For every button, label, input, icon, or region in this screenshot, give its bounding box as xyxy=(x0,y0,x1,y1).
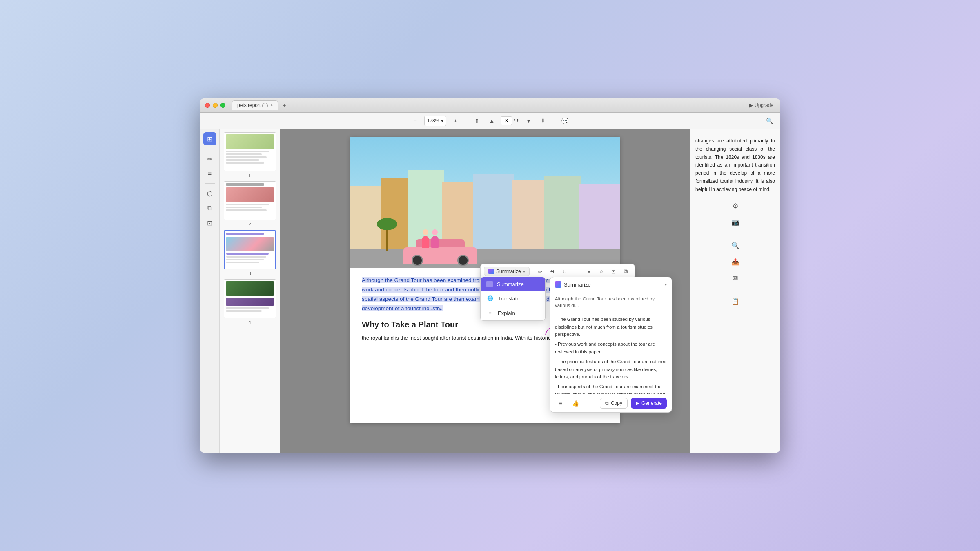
ft-underline-button[interactable]: U xyxy=(559,266,570,277)
document-area[interactable]: Although the Grand Tour has been examine… xyxy=(280,129,690,453)
summarize-thumbsup-icon[interactable]: 👍 xyxy=(570,398,581,409)
right-panel-separator-1 xyxy=(704,234,767,234)
summarize-feedback-icon[interactable]: ≡ xyxy=(555,398,566,409)
minimize-window-button[interactable] xyxy=(213,103,218,108)
right-panel-clipboard-button[interactable]: 📋 xyxy=(729,295,742,308)
page-separator: / xyxy=(514,118,515,124)
right-panel-email-button[interactable]: ✉ xyxy=(729,272,742,285)
prev-page-button[interactable]: ▲ xyxy=(486,115,497,127)
dropdown-translate-item[interactable]: 🌐 Translate xyxy=(481,291,545,306)
dropdown-explain-label: Explain xyxy=(498,310,515,316)
ft-note-button[interactable]: ≡ xyxy=(584,266,595,277)
title-bar: pets report (1) × + ▶ Upgrade xyxy=(200,98,780,113)
thumbnail-1-image xyxy=(224,132,276,171)
sidebar-pages-button[interactable]: ⊞ xyxy=(203,132,216,145)
ft-stamp-button[interactable]: ⊡ xyxy=(608,266,619,277)
sidebar-annotate-button[interactable]: ✏ xyxy=(203,152,216,165)
zoom-display[interactable]: 178% ▾ xyxy=(424,116,447,126)
summarize-panel-content: - The Grand Tour has been studied by var… xyxy=(550,312,672,394)
right-panel-image-button[interactable]: 📷 xyxy=(729,216,742,229)
car-illustration xyxy=(399,235,481,264)
summarize-icon xyxy=(488,269,494,274)
summarize-dropdown-button[interactable]: Summarize ▾ xyxy=(484,267,530,276)
zoom-in-icon: + xyxy=(454,118,457,124)
sidebar-copy-button[interactable]: ⧉ xyxy=(203,202,216,215)
summarize-panel-title: Summarize xyxy=(564,282,591,288)
ft-copy-button[interactable]: ⧉ xyxy=(621,266,631,277)
search-button[interactable]: 🔍 xyxy=(764,115,775,127)
page-total: 6 xyxy=(517,118,520,124)
page-navigation: / 6 xyxy=(501,116,519,125)
copy-icon: ⧉ xyxy=(605,400,609,406)
right-panel-text: changes are attributed primarily to the … xyxy=(690,134,780,197)
new-tab-button[interactable]: + xyxy=(281,102,288,109)
dropdown-summarize-item[interactable]: Summarize xyxy=(481,277,545,291)
page-number-input[interactable] xyxy=(501,116,512,125)
sidebar-forms-button[interactable]: ≡ xyxy=(203,167,216,180)
icon-separator-2 xyxy=(205,183,215,184)
ft-text-button[interactable]: T xyxy=(572,266,582,277)
thumbnail-1[interactable]: 1 xyxy=(223,132,276,178)
dropdown-explain-item[interactable]: ≡ Explain xyxy=(481,306,545,320)
dropdown-translate-icon: 🌐 xyxy=(486,295,494,302)
toolbar-separator-2 xyxy=(554,117,554,125)
summarize-generate-button[interactable]: ▶ Generate xyxy=(631,398,667,409)
thumbnail-2[interactable]: 2 xyxy=(223,181,276,227)
last-page-button[interactable]: ⇓ xyxy=(537,115,549,127)
generate-icon: ▶ xyxy=(636,400,639,406)
toolbar-right: 🔍 xyxy=(764,115,775,127)
right-panel-share-button[interactable]: 📤 xyxy=(729,256,742,269)
right-panel: changes are attributed primarily to the … xyxy=(690,129,780,453)
close-window-button[interactable] xyxy=(205,103,210,108)
title-bar-right: ▶ Upgrade xyxy=(749,102,773,108)
copy-label: Copy xyxy=(611,400,622,406)
maximize-window-button[interactable] xyxy=(220,103,225,108)
thumbnail-panel: 1 2 xyxy=(220,129,280,453)
zoom-in-button[interactable]: + xyxy=(450,115,461,127)
document-toolbar: − 178% ▾ + ⇑ ▲ / 6 ▼ ⇓ 💬 🔍 xyxy=(200,113,780,129)
ft-strikethrough-button[interactable]: S xyxy=(547,266,558,277)
summarize-panel-preview: Although the Grand Tour has been examine… xyxy=(550,292,672,312)
zoom-out-icon: − xyxy=(414,118,417,124)
thumbnail-4[interactable]: 4 xyxy=(223,279,276,325)
summarize-dropdown-menu: Summarize 🌐 Translate ≡ Explain xyxy=(480,277,546,321)
upgrade-label: Upgrade xyxy=(755,102,773,108)
first-page-button[interactable]: ⇑ xyxy=(471,115,483,127)
zoom-out-button[interactable]: − xyxy=(410,115,421,127)
icon-sidebar: ⊞ ✏ ≡ ⬡ ⧉ ⊡ xyxy=(200,129,220,453)
ft-bookmark-button[interactable]: ☆ xyxy=(596,266,607,277)
zoom-chevron-icon: ▾ xyxy=(441,118,443,124)
right-panel-settings-button[interactable]: ⚙ xyxy=(729,200,742,213)
thumbnail-3[interactable]: 3 xyxy=(223,230,276,276)
thumbnail-3-image xyxy=(224,230,276,269)
sidebar-extra-button[interactable]: ⊡ xyxy=(203,216,216,229)
summarize-bullet-2: - Previous work and concepts about the t… xyxy=(555,340,667,355)
tab-pets-report[interactable]: pets report (1) × xyxy=(232,100,278,110)
ft-pen-button[interactable]: ✏ xyxy=(535,266,546,277)
next-page-button[interactable]: ▼ xyxy=(523,115,534,127)
right-panel-search-button[interactable]: 🔍 xyxy=(729,239,742,252)
upgrade-button[interactable]: ▶ Upgrade xyxy=(749,102,773,108)
sidebar-layers-button[interactable]: ⬡ xyxy=(203,187,216,200)
summarize-panel-icon xyxy=(555,281,561,288)
dropdown-summarize-label: Summarize xyxy=(497,281,524,287)
traffic-lights xyxy=(205,103,225,108)
generate-label: Generate xyxy=(641,400,662,406)
summarize-bullet-3: - The principal features of the Grand To… xyxy=(555,358,667,380)
summarize-panel-header: Summarize ▾ xyxy=(550,277,672,292)
summarize-copy-button[interactable]: ⧉ Copy xyxy=(600,398,628,409)
zoom-value: 178% xyxy=(427,118,440,124)
thumbnail-3-number: 3 xyxy=(248,271,251,276)
tab-close-button[interactable]: × xyxy=(270,103,273,107)
summarize-chevron-icon: ▾ xyxy=(523,269,525,274)
document-header-image xyxy=(350,137,620,268)
thumbnail-1-number: 1 xyxy=(248,173,251,178)
right-panel-separator-2 xyxy=(704,290,767,290)
toolbar-separator-1 xyxy=(466,117,466,125)
main-window: pets report (1) × + ▶ Upgrade − 178% ▾ +… xyxy=(200,98,780,453)
ft-separator-1 xyxy=(532,267,532,276)
thumbnail-4-image xyxy=(224,279,276,318)
comment-button[interactable]: 💬 xyxy=(559,115,570,127)
upgrade-icon: ▶ xyxy=(749,102,753,108)
summarize-panel-chevron-icon[interactable]: ▾ xyxy=(665,282,667,287)
